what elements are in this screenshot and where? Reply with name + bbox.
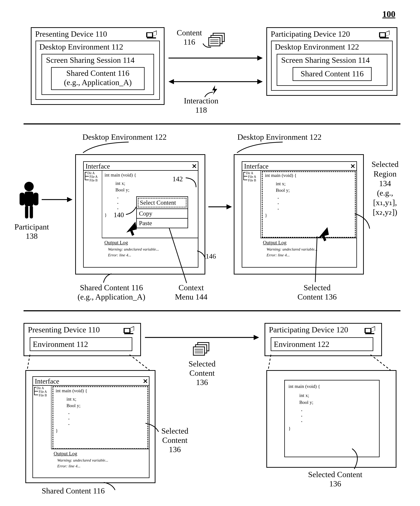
cursor-icon	[126, 222, 139, 236]
tree-dir[interactable]: Dir A	[87, 171, 95, 175]
env-112-label: Desktop Environment 112	[39, 42, 123, 52]
figure-number: 100	[382, 9, 395, 19]
tree-file-a[interactable]: File A	[90, 175, 98, 179]
device-icon	[122, 324, 137, 336]
tree-file-b[interactable]: File B	[90, 179, 98, 182]
tree-line	[85, 172, 87, 173]
file-tree[interactable]: Dir A File A File B	[33, 385, 52, 449]
callout-curve	[102, 273, 115, 284]
tree-file-b[interactable]: File B	[248, 179, 256, 182]
svg-rect-33	[125, 329, 129, 332]
svg-marker-14	[168, 79, 174, 84]
tree-file-a[interactable]: File A	[39, 390, 47, 394]
svg-rect-34	[124, 333, 133, 334]
callout-curve	[351, 448, 366, 470]
svg-point-18	[24, 182, 34, 191]
selected-region-label: Selected Region 134 (e.g., [x₁,y₁], [x₂,…	[367, 160, 403, 217]
close-icon[interactable]: ✕	[192, 163, 197, 170]
shared-content-box-right: Shared Content 116	[293, 67, 372, 81]
tree-dir[interactable]: Dir A	[246, 171, 253, 175]
env-122-bottom-label: Environment 122	[274, 340, 330, 349]
ref-142: 142	[173, 175, 183, 183]
code-only-box: int main (void) { int x; Bool y; ... }	[284, 380, 380, 457]
svg-rect-19	[25, 192, 33, 206]
code-area: int main (void) { int x; Bool y; ... }	[265, 173, 352, 236]
shared-content-116-label: Shared Content 116(e.g., Application_A)	[72, 283, 150, 301]
arrow-interaction	[168, 78, 263, 85]
svg-rect-22	[25, 206, 28, 219]
session-114-box: Screen Sharing Session 114 Shared Conten…	[41, 54, 154, 95]
divider-2	[24, 310, 401, 311]
file-tree[interactable]: Dir A File A File B	[84, 170, 102, 238]
tree-file-b[interactable]: File B	[39, 393, 47, 397]
callout-curve	[82, 141, 140, 154]
svg-rect-20	[19, 193, 25, 205]
close-icon[interactable]: ✕	[143, 378, 148, 385]
svg-marker-16	[257, 79, 263, 84]
presenting-device-box: Presenting Device 110 Desktop Environmen…	[31, 27, 165, 105]
arrow-participant	[42, 196, 72, 203]
device-icon	[145, 28, 159, 40]
session-label: Screen Sharing Session 114	[281, 55, 370, 65]
context-menu[interactable]: Select Content Copy Paste	[136, 196, 188, 228]
titlebar: Interface ✕	[242, 162, 356, 171]
callout-curve	[197, 250, 207, 261]
participating-device-box: Participating Device 120 Desktop Environ…	[266, 27, 397, 96]
menu-item-select[interactable]: Select Content	[138, 198, 187, 207]
file-tree[interactable]: Dir A File A File B	[242, 170, 261, 238]
env-right-label: Desktop Environment 122	[237, 133, 321, 142]
code-line: int x;	[116, 181, 195, 186]
shared-content-window-bottom: Interface ✕ Dir A File A File B int main…	[25, 370, 155, 483]
selected-content-left-label: SelectedContent136	[157, 426, 193, 454]
desktop-env-122-top: Desktop Environment 122 Screen Sharing S…	[271, 41, 393, 91]
selected-content-label: SelectedContent 136	[294, 283, 341, 301]
arrow-mid-right	[208, 203, 232, 210]
callout-curve	[353, 212, 373, 230]
code-line: }	[56, 428, 142, 433]
svg-rect-47	[365, 333, 374, 334]
selected-content-window-bottom: int main (void) { int x; Bool y; ... }	[266, 370, 396, 468]
code-line: Bool y;	[116, 187, 195, 193]
svg-line-27	[167, 222, 187, 283]
interaction-label: Interaction118	[181, 96, 221, 115]
tree-file-a[interactable]: File A	[248, 175, 256, 179]
presenting-device-bottom: Presenting Device 110 Environment 112	[24, 323, 141, 356]
callout-curve	[202, 43, 213, 50]
device-icon	[378, 28, 392, 40]
participant-label: Participant138	[13, 222, 51, 241]
shared-content-116-box: Shared Content 116 (e.g., Application_A)	[51, 67, 145, 90]
dots: ...	[301, 407, 320, 423]
shared-content-label2: (e.g., Application_A)	[52, 78, 144, 87]
code-line: }	[265, 213, 352, 218]
menu-item-copy[interactable]: Copy	[137, 208, 187, 218]
output-error: Error: line 4...	[57, 464, 146, 468]
titlebar: Interface ✕	[84, 162, 198, 171]
code-area: int main (void) { int x; Bool y; ... }	[56, 388, 142, 433]
menu-item-paste[interactable]: Paste	[137, 218, 187, 228]
svg-marker-30	[318, 227, 329, 241]
svg-rect-23	[30, 206, 33, 219]
tree-line	[34, 387, 36, 387]
context-menu-label: ContextMenu 144	[170, 283, 212, 301]
document-stack-icon	[191, 341, 213, 358]
output-title: Output Log	[54, 451, 146, 456]
svg-marker-26	[126, 222, 137, 236]
code-line: int x;	[276, 181, 352, 186]
tree-dir[interactable]: Dir A	[37, 386, 44, 390]
interface-title: Interface	[244, 162, 269, 170]
divider-1	[24, 123, 401, 125]
tree-line	[85, 180, 89, 180]
close-icon[interactable]: ✕	[350, 163, 355, 170]
desktop-window-right: Interface ✕ Dir A File A File B int main…	[234, 154, 364, 274]
svg-marker-29	[226, 204, 232, 209]
tree-line	[243, 176, 247, 177]
tree-line	[243, 180, 247, 180]
svg-line-31	[315, 236, 317, 282]
selected-content-right-label: Selected Content136	[304, 470, 366, 488]
svg-rect-21	[33, 193, 39, 205]
dots: ...	[278, 194, 352, 211]
selected-content-mid-label: SelectedContent136	[184, 359, 220, 387]
svg-rect-5	[380, 37, 389, 39]
shared-content-bottom-label: Shared Content 116	[42, 486, 105, 495]
callout-curve	[185, 177, 201, 188]
